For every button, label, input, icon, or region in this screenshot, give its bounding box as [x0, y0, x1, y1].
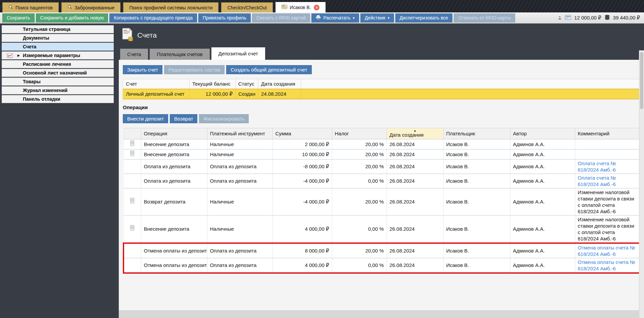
operation-icon-cell [123, 174, 141, 188]
operations-table-body: Внесение депозита Наличные 2 000,00 ₽ 20… [123, 139, 639, 273]
section-tab-label: Депозитный счет [218, 51, 258, 56]
deposit-account-row[interactable]: Личный депозитный счет 12 000,00 ₽ Созда… [123, 89, 639, 99]
operation-action-label: Внести депозит [127, 116, 164, 122]
operation-row-6[interactable]: Отмена оплаты из депозита Оплата из депо… [123, 243, 639, 258]
scrollbar-thumb[interactable] [640, 52, 643, 109]
operation-action-button-0[interactable]: Внести депозит [123, 114, 168, 123]
account-action-label: Создать общий депозитный счет [231, 67, 307, 73]
operation-row-2[interactable]: Оплата из депозита Оплата из депозита -8… [123, 159, 639, 174]
operations-table: Операция Платежный инструмент Сумма Нало… [123, 128, 639, 274]
operation-comment[interactable]: Оплата счета № 618/2024 Амб.-6 [578, 161, 616, 173]
toolbar-button-7[interactable]: Диспетчеризовать все ▾ [395, 13, 453, 22]
vertical-scrollbar[interactable] [639, 50, 644, 318]
sidebar-item-3[interactable]: ▶ Измеряемые параметры [2, 51, 114, 59]
operation-instrument-cell: Наличные [207, 139, 273, 149]
sidebar-item-7[interactable]: ▶ Журнал изменений [2, 86, 114, 94]
sidebar-item-0[interactable]: ▶ Титульная страница [2, 25, 114, 33]
operation-comment[interactable]: Отмена оплаты счета № 618/2024 Амб.-6 [578, 245, 635, 257]
close-icon[interactable]: ✕ [314, 5, 319, 10]
toolbar-button-1[interactable]: Сохранить и добавить новую ▾ [36, 13, 108, 22]
sidebar-item-2[interactable]: ▶ Счета [2, 43, 114, 51]
operations-header-payer[interactable]: Плательщик [443, 128, 510, 139]
toolbar-button-2[interactable]: Копировать с предыдущего приезда ▾ [109, 13, 197, 22]
expand-arrow-icon[interactable]: ▶ [17, 54, 20, 57]
operation-date-cell: 26.08.2024 [387, 174, 443, 188]
operation-tax-cell: 20,00 % [332, 188, 387, 215]
patient-tab-label: CheckIn/CheckOut [227, 5, 267, 10]
sidebar-item-label: Товары [23, 79, 41, 84]
account-action-button-1[interactable]: Редактировать состав [164, 65, 225, 74]
operation-instrument-cell: Оплата из депозита [207, 258, 273, 273]
operation-tax-cell: 20,00 % [332, 159, 387, 174]
toolbar-button-4[interactable]: Связать с RFID картой ▾ [252, 13, 310, 22]
operations-header-tax[interactable]: Налог [332, 128, 387, 139]
receipt-icon [130, 198, 135, 204]
patient-tab-4[interactable]: Исаков В. ✕ [276, 2, 326, 12]
section-tab-1[interactable]: Плательщик счетов [150, 49, 209, 60]
operation-row-4[interactable]: Возврат депозита Наличные -4 000,00 ₽ 20… [123, 188, 639, 215]
operation-tax-cell: 0,00 % [332, 258, 387, 273]
sidebar-item-5[interactable]: ▶ Основной лист назначений [2, 69, 114, 77]
operation-row-0[interactable]: Внесение депозита Наличные 2 000,00 ₽ 20… [123, 139, 639, 149]
account-created-cell: 24.08.2024 [258, 89, 301, 99]
operations-header-icon [123, 128, 141, 139]
operation-payer-cell: Исаков В. [443, 215, 510, 243]
sidebar-item-4[interactable]: ▶ Расписание лечения [2, 60, 114, 68]
operation-payer-cell: Исаков В. [443, 188, 510, 215]
toolbar-button-label: Диспетчеризовать все [400, 15, 448, 20]
operation-date-cell: 26.08.2024 [387, 159, 443, 174]
operations-header-operation[interactable]: Операция [141, 128, 207, 139]
patient-tab-label: Поиск профилей системы лояльности [129, 5, 212, 10]
toolbar-button-8[interactable]: Отвязать от RFID-карты ▾ [454, 13, 515, 22]
operation-comment[interactable]: Отмена оплаты счета № 618/2024 Амб.-6 [578, 259, 635, 271]
account-balance-cell: 12 000,00 ₽ [190, 89, 236, 99]
operation-row-7[interactable]: Отмена оплаты из депозита Оплата из депо… [123, 258, 639, 273]
sidebar-item-8[interactable]: ▶ Панель отладки [2, 95, 114, 103]
account-action-button-0[interactable]: Закрыть счет [123, 65, 162, 74]
operation-date-cell: 26.08.2024 [387, 243, 443, 258]
patient-tab-2[interactable]: Поиск профилей системы лояльности ✕ [123, 2, 218, 12]
sidebar-item-6[interactable]: ▶ Товары [2, 78, 114, 86]
operation-action-button-2[interactable]: Фискализировать [199, 114, 249, 123]
operation-icon-cell [123, 258, 141, 273]
operations-header-amount[interactable]: Сумма [273, 128, 332, 139]
operations-header-author[interactable]: Автор [510, 128, 575, 139]
toolbar-button-0[interactable]: Сохранить ▾ [2, 13, 35, 22]
operation-comment[interactable]: Оплата счета № 618/2024 Амб.-6 [578, 175, 616, 187]
operations-header-created-sorted[interactable]: ▲ Дата создания [387, 128, 443, 139]
accounts-header-account[interactable]: Счет [123, 79, 190, 89]
operation-amount-cell: -4 000,00 ₽ [273, 174, 332, 188]
operation-author-cell: Админов А.А. [510, 215, 575, 243]
toolbar-button-6[interactable]: Действия ▾ [360, 13, 394, 22]
section-tab-0[interactable]: Счета [120, 49, 148, 60]
operation-amount-cell: 4 000,00 ₽ [273, 215, 332, 243]
operation-type-cell: Отмена оплаты из депозита [141, 243, 207, 258]
accounts-header-created[interactable]: Дата создания [258, 79, 301, 89]
collapse-toolbar-icon[interactable] [558, 15, 562, 21]
operations-header-comment[interactable]: Комментарий [575, 128, 639, 139]
operation-payer-cell: Исаков В. [443, 159, 510, 174]
operation-type-cell: Внесение депозита [141, 139, 207, 149]
toolbar-button-5[interactable]: Распечатать ▾ [311, 13, 359, 22]
operation-payer-cell: Исаков В. [443, 243, 510, 258]
accounts-header-status[interactable]: Статус [236, 79, 258, 89]
status-strip [119, 310, 644, 318]
operation-row-1[interactable]: Внесение депозита Наличные 10 000,00 ₽ 2… [123, 149, 639, 159]
sidebar-item-1[interactable]: ▶ Документы [2, 34, 114, 42]
account-action-button-2[interactable]: Создать общий депозитный счет [226, 65, 311, 74]
patient-tab-1[interactable]: Забронированные ✕ [61, 2, 120, 12]
toolbar-button-3[interactable]: Привязать профиль ▾ [198, 13, 251, 22]
accounts-header-balance[interactable]: Текущий баланс [190, 79, 236, 89]
patient-tab-3[interactable]: CheckIn/CheckOut ✕ [221, 2, 273, 12]
operation-icon-cell [123, 215, 141, 243]
operation-row-3[interactable]: Оплата из депозита Оплата из депозита -4… [123, 174, 639, 188]
section-tab-2[interactable]: Депозитный счет [211, 47, 265, 60]
operation-action-button-1[interactable]: Возврат [170, 114, 197, 123]
patient-tab-0[interactable]: Поиск пациентов ✕ [2, 2, 59, 12]
operations-header-row: Операция Платежный инструмент Сумма Нало… [123, 128, 639, 139]
operations-section-label: Операции [123, 104, 639, 110]
toolbar-button-label: Сохранить и добавить новую [40, 15, 104, 20]
operation-amount-cell: 4 000,00 ₽ [273, 258, 332, 273]
operations-header-instrument[interactable]: Платежный инструмент [207, 128, 273, 139]
operation-row-5[interactable]: Внесение депозита Наличные 4 000,00 ₽ 0,… [123, 215, 639, 243]
